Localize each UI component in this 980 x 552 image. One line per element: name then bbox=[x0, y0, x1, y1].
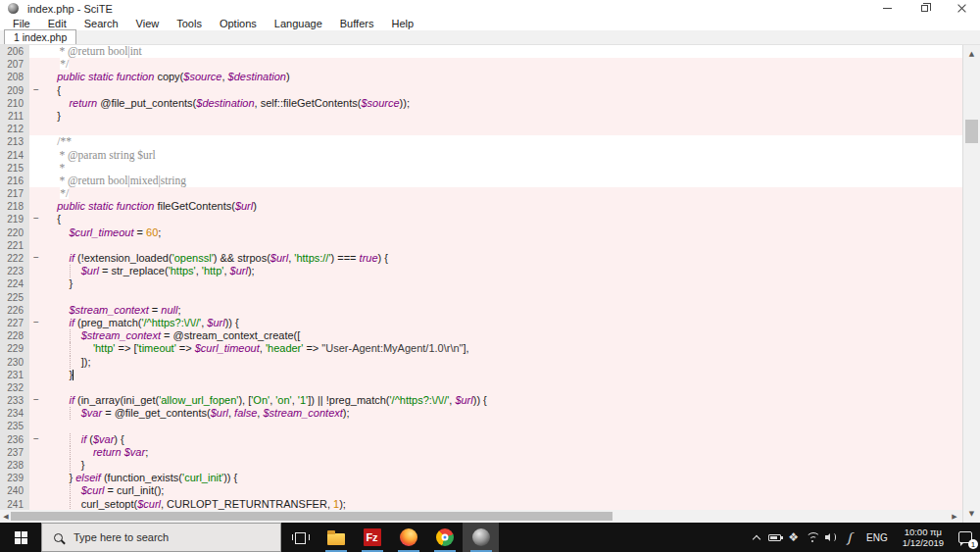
code-text[interactable]: if (preg_match('/^https?:\/\//', $url)) … bbox=[43, 317, 962, 329]
code-text[interactable] bbox=[43, 123, 962, 135]
code-text[interactable]: $curl = curl_init(); bbox=[43, 484, 962, 497]
taskbar-search-input[interactable]: Type here to search bbox=[41, 523, 281, 552]
volume-status[interactable] bbox=[821, 523, 840, 552]
code-text[interactable]: /** bbox=[43, 135, 962, 148]
scite-taskbar-button[interactable] bbox=[463, 523, 499, 552]
code-text[interactable]: $curl_timeout = 60; bbox=[43, 226, 962, 239]
tab-index-php[interactable]: 1 index.php bbox=[4, 29, 76, 44]
scroll-up-arrow-icon[interactable]: ▲ bbox=[963, 47, 980, 61]
line-number[interactable]: 216 bbox=[0, 175, 29, 187]
code-text[interactable]: $stream_context = @stream_context_create… bbox=[43, 329, 962, 342]
line-number[interactable]: 239 bbox=[0, 472, 29, 484]
line-number[interactable]: 236 bbox=[0, 433, 29, 446]
menu-item-tools[interactable]: Tools bbox=[168, 18, 211, 29]
code-text[interactable]: public static function copy($source, $de… bbox=[43, 71, 962, 83]
tray-expand-button[interactable] bbox=[747, 523, 765, 552]
line-number[interactable]: 233 bbox=[0, 394, 29, 407]
line-number[interactable]: 210 bbox=[0, 97, 29, 110]
chrome-button[interactable] bbox=[426, 523, 463, 552]
line-number[interactable]: 229 bbox=[0, 342, 29, 355]
code-text[interactable]: { bbox=[43, 84, 962, 97]
line-number[interactable]: 209 bbox=[0, 84, 29, 97]
code-editor[interactable]: 206 * @return bool|int207 */208 public s… bbox=[0, 45, 962, 510]
scroll-down-arrow-icon[interactable]: ▼ bbox=[963, 507, 980, 521]
code-text[interactable] bbox=[43, 291, 962, 304]
code-text[interactable]: if (!extension_loaded('openssl') && strp… bbox=[43, 252, 962, 265]
fold-marker-icon[interactable]: − bbox=[29, 317, 43, 329]
task-view-button[interactable] bbox=[281, 523, 318, 552]
menu-item-options[interactable]: Options bbox=[211, 18, 266, 29]
horizontal-scroll-thumb[interactable] bbox=[11, 512, 612, 521]
line-number[interactable]: 240 bbox=[0, 484, 29, 497]
line-number[interactable]: 231 bbox=[0, 369, 29, 381]
start-button[interactable] bbox=[0, 523, 41, 552]
close-button[interactable] bbox=[943, 0, 980, 17]
pen-workspace-button[interactable]: ʃ bbox=[840, 523, 858, 552]
code-text[interactable]: } elseif (function_exists('curl_init')) … bbox=[43, 472, 962, 484]
line-number[interactable]: 234 bbox=[0, 407, 29, 420]
line-number[interactable]: 224 bbox=[0, 277, 29, 290]
menu-item-edit[interactable]: Edit bbox=[39, 18, 75, 29]
line-number[interactable]: 217 bbox=[0, 187, 29, 200]
code-text[interactable]: { bbox=[43, 213, 962, 226]
code-text[interactable]: if ($var) { bbox=[43, 433, 962, 446]
restore-button[interactable] bbox=[906, 0, 943, 17]
menu-item-file[interactable]: File bbox=[4, 18, 39, 29]
menu-item-buffers[interactable]: Buffers bbox=[331, 18, 383, 29]
line-number[interactable]: 208 bbox=[0, 71, 29, 83]
vertical-scrollbar[interactable]: ▲ ▼ bbox=[962, 45, 980, 523]
line-number[interactable]: 221 bbox=[0, 239, 29, 252]
line-number[interactable]: 232 bbox=[0, 381, 29, 394]
line-number[interactable]: 226 bbox=[0, 304, 29, 317]
line-number[interactable]: 206 bbox=[0, 45, 29, 58]
code-text[interactable]: if (in_array(ini_get('allow_url_fopen'),… bbox=[43, 394, 962, 407]
line-number[interactable]: 213 bbox=[0, 135, 29, 148]
line-number[interactable]: 225 bbox=[0, 291, 29, 304]
code-text[interactable]: */ bbox=[43, 187, 962, 200]
code-text[interactable]: return $var; bbox=[43, 446, 962, 459]
line-number[interactable]: 219 bbox=[0, 213, 29, 226]
code-text[interactable]: return @file_put_contents($destination, … bbox=[43, 97, 962, 110]
code-text[interactable]: } bbox=[43, 110, 962, 123]
code-text[interactable] bbox=[43, 239, 962, 252]
line-number[interactable]: 218 bbox=[0, 200, 29, 213]
taskbar-clock[interactable]: 10:00 πμ 1/12/2019 bbox=[896, 527, 951, 548]
firefox-button[interactable] bbox=[390, 523, 426, 552]
code-text[interactable]: 'http' => ['timeout' => $curl_timeout, '… bbox=[43, 342, 962, 355]
code-text[interactable] bbox=[43, 381, 962, 394]
line-number[interactable]: 227 bbox=[0, 317, 29, 329]
code-text[interactable]: */ bbox=[43, 58, 962, 71]
line-number[interactable]: 238 bbox=[0, 459, 29, 472]
menu-item-search[interactable]: Search bbox=[75, 18, 127, 29]
file-explorer-button[interactable] bbox=[318, 523, 354, 552]
line-number[interactable]: 220 bbox=[0, 226, 29, 239]
fold-marker-icon[interactable]: − bbox=[29, 433, 43, 446]
horizontal-scrollbar[interactable]: ◀ ▶ bbox=[0, 510, 962, 523]
line-number[interactable]: 212 bbox=[0, 123, 29, 135]
tray-app-button[interactable]: ❖ bbox=[784, 523, 803, 552]
line-number[interactable]: 215 bbox=[0, 162, 29, 175]
fold-marker-icon[interactable]: − bbox=[29, 252, 43, 265]
code-text[interactable]: ]); bbox=[43, 356, 962, 369]
code-text[interactable]: * @return bool|int bbox=[43, 45, 962, 58]
filezilla-button[interactable]: Fz bbox=[354, 523, 390, 552]
code-text[interactable]: * @param string $url bbox=[43, 149, 962, 162]
network-status[interactable] bbox=[803, 523, 821, 552]
line-number[interactable]: 222 bbox=[0, 252, 29, 265]
code-text[interactable]: public static function fileGetContents($… bbox=[43, 200, 962, 213]
code-text[interactable]: curl_setopt($curl, CURLOPT_RETURNTRANSFE… bbox=[43, 498, 962, 510]
code-text[interactable]: $var = @file_get_contents($url, false, $… bbox=[43, 407, 962, 420]
menu-item-language[interactable]: Language bbox=[266, 18, 331, 29]
line-number[interactable]: 207 bbox=[0, 58, 29, 71]
vertical-scroll-thumb[interactable] bbox=[965, 120, 978, 143]
fold-marker-icon[interactable]: − bbox=[29, 84, 43, 97]
language-indicator[interactable]: ENG bbox=[858, 532, 896, 543]
battery-status[interactable] bbox=[765, 523, 784, 552]
code-text[interactable]: * @return bool|mixed|string bbox=[43, 175, 962, 187]
code-text[interactable]: * bbox=[43, 162, 962, 175]
code-text[interactable]: } bbox=[43, 369, 962, 381]
menu-item-view[interactable]: View bbox=[127, 18, 169, 29]
action-center-button[interactable]: 1 bbox=[951, 523, 980, 552]
menu-item-help[interactable]: Help bbox=[382, 18, 422, 29]
code-text[interactable] bbox=[43, 420, 962, 432]
